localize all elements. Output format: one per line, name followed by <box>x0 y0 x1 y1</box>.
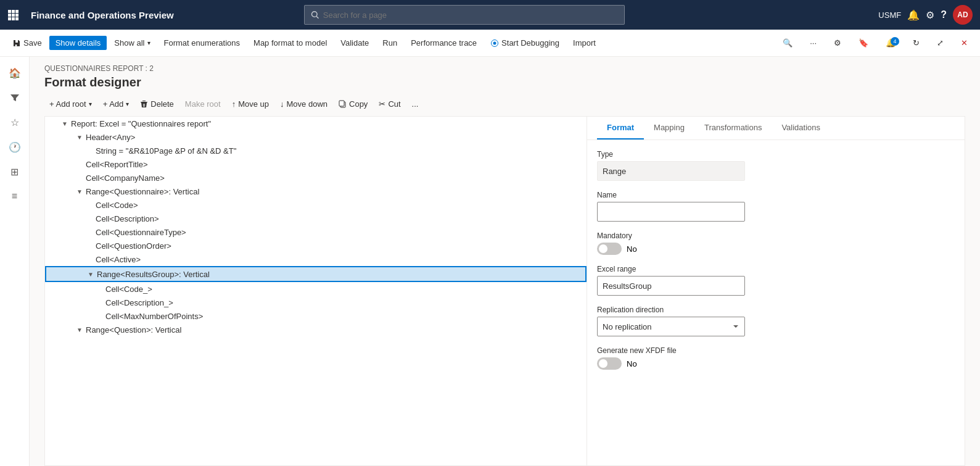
tree-item-rangequestionnaire[interactable]: ▼ Range<Questionnaire>: Vertical <box>45 185 587 198</box>
validate-label: Validate <box>340 38 369 48</box>
svg-rect-0 <box>8 10 11 13</box>
start-debugging-button[interactable]: Start Debugging <box>484 36 566 50</box>
tree-item-rangequestion[interactable]: ▼ Range<Question>: Vertical <box>45 323 587 336</box>
generate-xfdf-toggle[interactable] <box>597 357 622 370</box>
tree-label-celldescription2: Cell<Description_> <box>105 298 173 307</box>
more-cmd-button[interactable]: ··· <box>804 36 823 50</box>
refresh-cmd-button[interactable]: ↻ <box>907 36 926 50</box>
map-format-to-model-button[interactable]: Map format to model <box>247 36 333 50</box>
validate-button[interactable]: Validate <box>334 36 375 50</box>
home-icon[interactable]: 🏠 <box>4 62 26 84</box>
replication-direction-label: Replication direction <box>597 306 955 314</box>
format-enumerations-button[interactable]: Format enumerations <box>158 36 247 50</box>
clock-icon[interactable]: 🕐 <box>4 136 26 158</box>
user-label: USMF <box>878 10 901 20</box>
excel-range-input[interactable] <box>597 276 745 296</box>
bookmark-cmd-button[interactable]: 🔖 <box>852 36 875 50</box>
tree-item-string[interactable]: ▶ String = "&R&10Page &P of &N &D &T" <box>45 144 587 157</box>
tree-label-cellquestionnairetype: Cell<QuestionnaireType> <box>96 228 186 237</box>
copy-label: Copy <box>349 99 368 109</box>
performance-trace-label: Performance trace <box>411 38 477 48</box>
list-icon[interactable]: ≡ <box>4 185 26 207</box>
tab-validations[interactable]: Validations <box>772 117 830 139</box>
tree-label-cellmaxnumberofpoints: Cell<MaxNumberOfPoints> <box>105 312 203 321</box>
tree-item-cellcompanyname[interactable]: ▶ Cell<CompanyName> <box>45 171 587 185</box>
prop-replication-group: Replication direction No replication Ver… <box>597 306 955 336</box>
replication-direction-select[interactable]: No replication Vertical Horizontal <box>597 317 745 336</box>
tab-mapping[interactable]: Mapping <box>644 117 694 139</box>
make-root-label: Make root <box>185 99 221 109</box>
tree-label-cellquestionorder: Cell<QuestionOrder> <box>96 241 171 251</box>
svg-line-10 <box>316 16 318 18</box>
tree-item-report[interactable]: ▼ Report: Excel = "Questionnaires report… <box>45 117 587 130</box>
import-button[interactable]: Import <box>567 36 602 50</box>
tree-item-cellactive[interactable]: ▶ Cell<Active> <box>45 252 587 266</box>
search-bar[interactable] <box>304 5 625 25</box>
move-down-button[interactable]: ↓ Move down <box>275 97 332 111</box>
svg-rect-3 <box>8 14 11 17</box>
show-details-button[interactable]: Show details <box>49 36 107 50</box>
props-content: Type Range Name Mandatory No <box>587 140 965 389</box>
tab-format[interactable]: Format <box>597 117 644 139</box>
show-all-button[interactable]: Show all ▾ <box>108 36 156 50</box>
tree-item-cellcode2[interactable]: ▶ Cell<Code_> <box>45 282 587 296</box>
avatar[interactable]: AD <box>953 5 973 25</box>
delete-button[interactable]: Delete <box>135 97 179 111</box>
tree-item-cellquestionorder[interactable]: ▶ Cell<QuestionOrder> <box>45 239 587 252</box>
copy-button[interactable]: Copy <box>334 97 373 111</box>
add-label: + Add <box>103 99 124 109</box>
svg-rect-6 <box>8 17 11 20</box>
add-root-arrow: ▾ <box>89 101 92 107</box>
svg-rect-5 <box>15 14 19 17</box>
add-button[interactable]: + Add ▾ <box>98 97 134 111</box>
grid-icon[interactable] <box>7 9 19 20</box>
tree-label-rangeresultsgroup: Range<ResultsGroup>: Vertical <box>97 270 210 279</box>
more-label: ... <box>412 99 419 109</box>
search-input[interactable] <box>323 10 619 20</box>
tree-item-celldescription2[interactable]: ▶ Cell<Description_> <box>45 296 587 309</box>
tree-label-cellactive: Cell<Active> <box>96 255 141 264</box>
close-cmd-button[interactable]: ✕ <box>955 36 974 50</box>
help-icon[interactable]: ? <box>941 9 947 20</box>
save-label: Save <box>23 38 42 48</box>
page-header: QUESTIONNAIRES REPORT : 2 Format designe… <box>30 57 980 97</box>
svg-rect-4 <box>12 14 15 17</box>
prop-type-group: Type Range <box>597 150 955 181</box>
mandatory-toggle[interactable] <box>597 243 622 255</box>
tree-item-cellcode[interactable]: ▶ Cell<Code> <box>45 198 587 212</box>
run-label: Run <box>382 38 397 48</box>
tree-item-cellreporttitle[interactable]: ▶ Cell<ReportTitle> <box>45 157 587 171</box>
more-button[interactable]: ... <box>407 97 424 111</box>
settings-icon[interactable]: ⚙ <box>926 9 934 21</box>
make-root-button[interactable]: Make root <box>180 97 226 111</box>
expand-cmd-button[interactable]: ⤢ <box>931 36 950 50</box>
expand-icon-rangequestion: ▼ <box>75 325 84 335</box>
tree-label-rangequestion: Range<Question>: Vertical <box>86 325 181 335</box>
tree-item-cellquestionnairetype[interactable]: ▶ Cell<QuestionnaireType> <box>45 225 587 239</box>
name-input[interactable] <box>597 202 745 222</box>
tree-item-header[interactable]: ▼ Header<Any> <box>45 130 587 144</box>
move-up-arrow: ↑ <box>232 99 236 109</box>
grid-sidebar-icon[interactable]: ⊞ <box>4 160 26 183</box>
tree-item-cellmaxnumberofpoints[interactable]: ▶ Cell<MaxNumberOfPoints> <box>45 309 587 323</box>
move-up-button[interactable]: ↑ Move up <box>227 97 274 111</box>
add-root-button[interactable]: + Add root ▾ <box>44 97 97 111</box>
star-icon[interactable]: ☆ <box>4 111 26 133</box>
tree-item-celldescription[interactable]: ▶ Cell<Description> <box>45 212 587 225</box>
cut-button[interactable]: ✂ Cut <box>374 97 405 111</box>
settings-cmd-button[interactable]: ⚙ <box>828 36 847 50</box>
sidebar-icons: 🏠 ☆ 🕐 ⊞ ≡ <box>0 57 30 466</box>
run-button[interactable]: Run <box>376 36 403 50</box>
nav-right: USMF 🔔 ⚙ ? AD <box>878 5 973 25</box>
top-nav: Finance and Operations Preview USMF 🔔 ⚙ … <box>0 0 980 30</box>
notifications-cmd-button[interactable]: 🔔 4 <box>879 36 902 50</box>
performance-trace-button[interactable]: Performance trace <box>405 36 483 50</box>
bell-icon[interactable]: 🔔 <box>907 9 920 21</box>
generate-xfdf-value: No <box>627 359 637 368</box>
search-cmd-button[interactable]: 🔍 <box>776 36 799 50</box>
save-button[interactable]: Save <box>6 36 48 50</box>
filter-icon[interactable] <box>4 86 26 109</box>
tab-transformations[interactable]: Transformations <box>694 117 772 139</box>
tree-item-rangeresultsgroup[interactable]: ▼ Range<ResultsGroup>: Vertical <box>45 266 587 282</box>
show-details-label: Show details <box>56 38 101 48</box>
